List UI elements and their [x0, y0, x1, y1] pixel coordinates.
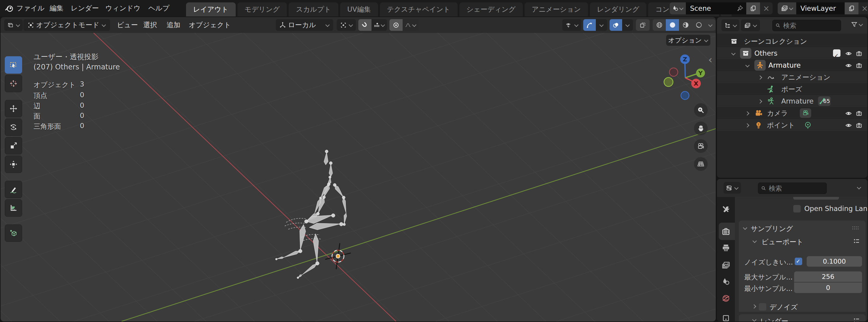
- outliner-row-point-light[interactable]: ポイント: [717, 119, 867, 131]
- properties-editor-type-button[interactable]: [723, 182, 741, 194]
- camera-view-button[interactable]: [694, 139, 708, 153]
- outliner-search[interactable]: [772, 20, 841, 31]
- shading-material-button[interactable]: [679, 19, 692, 31]
- tab-shading[interactable]: シェーディング: [459, 2, 523, 17]
- tab-scene-icon[interactable]: [721, 277, 731, 286]
- snap-toggle[interactable]: [358, 19, 371, 31]
- min-samples-value[interactable]: 0: [794, 282, 862, 293]
- outliner-filter-button[interactable]: [851, 21, 863, 28]
- scene-icon-button[interactable]: [670, 2, 686, 14]
- overlays-toggle[interactable]: [610, 19, 622, 31]
- hide-eye-icon[interactable]: [845, 62, 852, 69]
- tab-rendering[interactable]: レンダリング: [590, 2, 646, 17]
- tab-tool-icon[interactable]: [721, 205, 731, 214]
- outliner-display-mode-button[interactable]: [741, 20, 760, 31]
- menu-view[interactable]: ビュー: [117, 17, 138, 33]
- tool-scale[interactable]: [5, 137, 22, 154]
- pan-button[interactable]: [694, 121, 708, 135]
- tool-add-cube[interactable]: [5, 225, 22, 242]
- render-visibility-icon[interactable]: [856, 50, 863, 57]
- viewlayer-new-button[interactable]: [845, 2, 859, 14]
- hide-eye-icon[interactable]: [845, 122, 852, 129]
- menu-window[interactable]: ウィンドウ: [105, 0, 141, 17]
- scene-unlink-button[interactable]: ×: [760, 2, 773, 14]
- viewport-3d[interactable]: ユーザー・透視投影 (207) Others | Armature オブジェクト…: [1, 33, 716, 321]
- render-visibility-icon[interactable]: [856, 62, 863, 69]
- outliner-row-armature-object[interactable]: Armature: [717, 59, 867, 71]
- zoom-button[interactable]: [694, 103, 708, 117]
- tab-output-icon[interactable]: [721, 243, 731, 252]
- menu-edit[interactable]: 編集: [50, 0, 63, 17]
- ortho-grid-button[interactable]: [694, 157, 708, 171]
- tool-select-box[interactable]: [5, 56, 22, 74]
- tab-uv-edit[interactable]: UV編集: [340, 2, 378, 17]
- tab-animation[interactable]: アニメーション: [525, 2, 588, 17]
- tab-world-icon[interactable]: [721, 294, 731, 303]
- menu-render[interactable]: レンダー: [71, 0, 99, 17]
- outliner-row-armature-data[interactable]: Armature 65: [717, 95, 867, 107]
- render-visibility-icon[interactable]: [856, 122, 863, 129]
- preset-list-icon[interactable]: [853, 317, 860, 321]
- shading-solid-button[interactable]: [666, 19, 679, 31]
- viewlayer-icon-button[interactable]: [778, 2, 796, 14]
- proportional-falloff-dropdown[interactable]: [403, 19, 419, 31]
- tab-modeling[interactable]: モデリング: [238, 2, 287, 17]
- menu-object[interactable]: オブジェクト: [189, 17, 231, 33]
- pin-button[interactable]: [734, 2, 746, 14]
- hide-eye-icon[interactable]: [845, 50, 852, 57]
- outliner-search-input[interactable]: [783, 22, 838, 30]
- tool-rotate[interactable]: [5, 118, 22, 136]
- transform-orientation-dropdown[interactable]: ローカル: [276, 19, 333, 31]
- shading-wireframe-button[interactable]: [653, 19, 666, 31]
- tab-sculpt[interactable]: スカルプト: [289, 2, 338, 17]
- denoise-checkbox[interactable]: [759, 303, 766, 311]
- show-gizmo-dropdown[interactable]: [562, 19, 582, 31]
- tool-cursor[interactable]: [5, 75, 22, 92]
- collection-checkbox[interactable]: [833, 49, 840, 57]
- shading-dropdown[interactable]: [705, 19, 715, 31]
- preset-list-icon[interactable]: [853, 238, 860, 244]
- tool-measure[interactable]: [5, 199, 22, 217]
- tab-render-icon[interactable]: [721, 227, 731, 236]
- outliner-row-pose[interactable]: ポーズ: [717, 83, 867, 95]
- properties-search-input[interactable]: [768, 184, 824, 193]
- outliner-row-scene-collection[interactable]: シーンコレクション: [717, 35, 867, 47]
- noise-threshold-value[interactable]: 0.1000: [807, 256, 862, 267]
- navigation-gizmo[interactable]: Z Y X: [658, 51, 713, 106]
- outliner-row-others[interactable]: Others: [717, 47, 867, 59]
- scene-new-button[interactable]: [746, 2, 760, 14]
- shading-rendered-button[interactable]: [692, 19, 705, 31]
- editor-type-button[interactable]: [4, 19, 23, 31]
- gizmo-neg-z[interactable]: [681, 92, 689, 100]
- snap-with-dropdown[interactable]: [371, 19, 387, 31]
- outliner-row-animation[interactable]: アニメーション: [717, 71, 867, 83]
- viewlayer-remove-button[interactable]: ×: [859, 2, 868, 14]
- tab-texture-paint[interactable]: テクスチャペイント: [380, 2, 458, 17]
- mode-dropdown[interactable]: オブジェクトモード: [23, 19, 110, 31]
- tool-move[interactable]: [5, 100, 22, 117]
- menu-help[interactable]: ヘルプ: [148, 0, 169, 17]
- pivot-point-dropdown[interactable]: [337, 19, 356, 31]
- proportional-edit-toggle[interactable]: [390, 19, 403, 31]
- properties-search[interactable]: [758, 182, 827, 194]
- osl-checkbox[interactable]: [793, 205, 801, 212]
- menu-select[interactable]: 選択: [143, 17, 157, 33]
- gizmo-toggle[interactable]: [583, 19, 596, 31]
- tab-object-icon[interactable]: [721, 314, 731, 321]
- max-samples-value[interactable]: 256: [794, 271, 862, 282]
- menu-file[interactable]: ファイル: [17, 0, 44, 17]
- tab-layout[interactable]: レイアウト: [186, 2, 236, 17]
- outliner-editor-type-button[interactable]: [721, 20, 739, 31]
- viewlayer-name-field[interactable]: ViewLayer: [796, 2, 845, 14]
- tool-annotate[interactable]: [5, 181, 22, 198]
- menu-add[interactable]: 追加: [166, 17, 180, 33]
- gizmo-neg-x[interactable]: [670, 68, 678, 76]
- tab-view-layer-icon[interactable]: [721, 261, 731, 270]
- panel-grip-icon[interactable]: [852, 226, 859, 230]
- hide-eye-icon[interactable]: [845, 110, 852, 117]
- noise-threshold-checkbox[interactable]: [795, 258, 802, 265]
- gizmo-dropdown[interactable]: [596, 19, 607, 31]
- outliner-row-camera[interactable]: カメラ: [717, 107, 867, 119]
- xray-toggle[interactable]: [636, 19, 650, 31]
- render-visibility-icon[interactable]: [856, 110, 863, 117]
